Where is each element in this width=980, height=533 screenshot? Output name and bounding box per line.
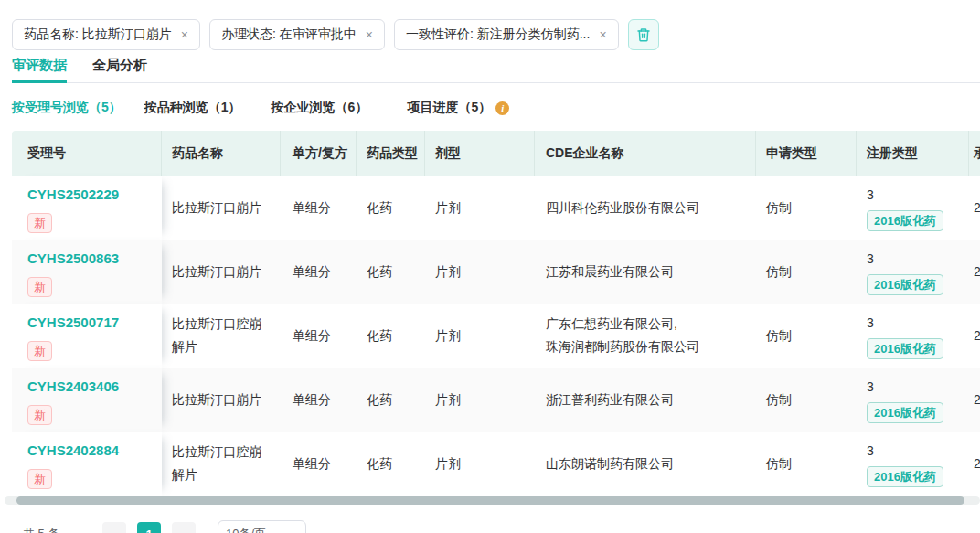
column-header-reg-type: 注册类型 xyxy=(857,131,969,176)
form-cell: 片剂 xyxy=(425,240,535,304)
date-cell-clipped: 2 xyxy=(969,304,980,368)
mono-cell: 单组分 xyxy=(281,368,357,432)
filter-tag-label: 一致性评价: 新注册分类仿制药... xyxy=(406,27,590,43)
drug-name-cell: 比拉斯汀口崩片 xyxy=(162,368,281,432)
sub-tabs: 按受理号浏览（5） 按品种浏览（1） 按企业浏览（6） 项目进度（5）i xyxy=(12,100,509,116)
table-header-row: 受理号 药品名称 单方/复方 药品类型 剂型 CDE企业名称 申请类型 注册类型… xyxy=(12,131,980,176)
form-cell: 片剂 xyxy=(425,176,535,240)
page-size-select[interactable]: 10条/页 ▾ xyxy=(218,520,306,533)
app-window: 药品名称: 比拉斯汀口崩片 × 办理状态: 在审评审批中 × 一致性评价: 新注… xyxy=(0,0,980,533)
mono-cell: 单组分 xyxy=(281,304,357,368)
chevron-down-icon: ▾ xyxy=(293,529,298,533)
new-badge: 新 xyxy=(27,341,52,361)
apply-type-cell: 仿制 xyxy=(756,432,857,496)
form-cell: 片剂 xyxy=(425,368,535,432)
subtab-by-variety[interactable]: 按品种浏览（1） xyxy=(144,100,241,116)
filter-tag-label: 药品名称: 比拉斯汀口崩片 xyxy=(24,27,172,43)
close-icon[interactable]: × xyxy=(366,28,373,41)
form-cell: 片剂 xyxy=(425,304,535,368)
drug-name-cell: 比拉斯汀口腔崩 解片 xyxy=(162,304,281,368)
table-body: CYHS2502229新 比拉斯汀口崩片 单组分 化药 片剂 四川科伦药业股份有… xyxy=(12,176,980,496)
drug-type-cell: 化药 xyxy=(357,432,425,496)
pagination: 共 5 条 ‹ 1 › 10条/页 ▾ xyxy=(23,520,974,533)
date-cell-clipped: 2 xyxy=(969,368,980,432)
company-cell: 江苏和晨药业有限公司 xyxy=(535,240,756,304)
apply-type-cell: 仿制 xyxy=(756,176,857,240)
apply-type-cell: 仿制 xyxy=(756,368,857,432)
acceptance-no-link[interactable]: CYHS2402884 xyxy=(27,439,119,462)
apply-type-cell: 仿制 xyxy=(756,240,857,304)
apply-type-cell: 仿制 xyxy=(756,304,857,368)
reg-class: 3 xyxy=(867,312,874,335)
drug-name-cell: 比拉斯汀口崩片 xyxy=(162,240,281,304)
tab-review-data[interactable]: 审评数据 xyxy=(12,57,67,83)
acceptance-no-link[interactable]: CYHS2500863 xyxy=(27,247,119,270)
table-row: CYHS2403406新 比拉斯汀口崩片 单组分 化药 片剂 浙江普利药业有限公… xyxy=(12,368,980,432)
page-number-button[interactable]: 1 xyxy=(137,522,161,533)
trash-icon xyxy=(636,27,651,42)
reg-class: 3 xyxy=(867,376,874,399)
filter-tag-status[interactable]: 办理状态: 在审评审批中 × xyxy=(209,19,385,50)
acceptance-no-link[interactable]: CYHS2403406 xyxy=(27,375,119,398)
column-header-mono-compound: 单方/复方 xyxy=(281,131,357,176)
company-cell: 广东仁想药业有限公司, 珠海润都制药股份有限公司 xyxy=(535,304,756,368)
date-cell-clipped: 2 xyxy=(969,432,980,496)
next-page-button[interactable]: › xyxy=(172,522,196,533)
drug-type-cell: 化药 xyxy=(357,240,425,304)
filter-tag-consistency[interactable]: 一致性评价: 新注册分类仿制药... × xyxy=(394,19,619,50)
column-header-drug-name: 药品名称 xyxy=(162,131,281,176)
prev-page-button[interactable]: ‹ xyxy=(102,522,126,533)
form-cell: 片剂 xyxy=(425,432,535,496)
filter-bar: 药品名称: 比拉斯汀口崩片 × 办理状态: 在审评审批中 × 一致性评价: 新注… xyxy=(12,19,659,50)
column-header-apply-type: 申请类型 xyxy=(756,131,857,176)
column-header-dosage-form: 剂型 xyxy=(425,131,535,176)
filter-tag-label: 办理状态: 在审评审批中 xyxy=(221,27,357,43)
acceptance-no-link[interactable]: CYHS2500717 xyxy=(27,311,119,334)
scrollbar-thumb[interactable] xyxy=(16,496,964,505)
table-row: CYHS2502229新 比拉斯汀口崩片 单组分 化药 片剂 四川科伦药业股份有… xyxy=(12,176,980,240)
main-tabs: 审评数据 全局分析 xyxy=(12,57,980,83)
mono-cell: 单组分 xyxy=(281,240,357,304)
data-table: 受理号 药品名称 单方/复方 药品类型 剂型 CDE企业名称 申请类型 注册类型… xyxy=(12,131,980,496)
mono-cell: 单组分 xyxy=(281,176,357,240)
column-header-acceptance-no: 受理号 xyxy=(12,131,162,176)
subtab-project-progress[interactable]: 项目进度（5）i xyxy=(407,100,509,116)
mono-cell: 单组分 xyxy=(281,432,357,496)
acceptance-no-link[interactable]: CYHS2502229 xyxy=(27,183,119,206)
reg-badge: 2016版化药 xyxy=(867,402,943,423)
close-icon[interactable]: × xyxy=(181,28,188,41)
table-row: CYHS2402884新 比拉斯汀口腔崩 解片 单组分 化药 片剂 山东朗诺制药… xyxy=(12,432,980,496)
company-cell: 浙江普利药业有限公司 xyxy=(535,368,756,432)
new-badge: 新 xyxy=(27,405,52,425)
horizontal-scrollbar[interactable] xyxy=(5,496,980,505)
company-cell: 四川科伦药业股份有限公司 xyxy=(535,176,756,240)
new-badge: 新 xyxy=(27,469,52,489)
company-cell: 山东朗诺制药有限公司 xyxy=(535,432,756,496)
drug-type-cell: 化药 xyxy=(357,368,425,432)
column-header-drug-type: 药品类型 xyxy=(357,131,425,176)
drug-type-cell: 化药 xyxy=(357,304,425,368)
info-icon[interactable]: i xyxy=(495,101,509,115)
table-row: CYHS2500863新 比拉斯汀口崩片 单组分 化药 片剂 江苏和晨药业有限公… xyxy=(12,240,980,304)
reg-class: 3 xyxy=(867,248,874,271)
subtab-by-company[interactable]: 按企业浏览（6） xyxy=(272,100,368,116)
column-header-clipped: 承 xyxy=(969,131,980,176)
new-badge: 新 xyxy=(27,277,52,297)
drug-name-cell: 比拉斯汀口腔崩 解片 xyxy=(162,432,281,496)
tab-global-analysis[interactable]: 全局分析 xyxy=(92,57,147,83)
new-badge: 新 xyxy=(27,213,52,233)
subtab-by-acceptance-no[interactable]: 按受理号浏览（5） xyxy=(12,100,122,116)
reg-badge: 2016版化药 xyxy=(867,210,943,231)
table-row: CYHS2500717新 比拉斯汀口腔崩 解片 单组分 化药 片剂 广东仁想药业… xyxy=(12,304,980,368)
reg-badge: 2016版化药 xyxy=(867,466,943,487)
total-count-label: 共 5 条 xyxy=(23,526,59,533)
reg-class: 3 xyxy=(867,440,874,463)
date-cell-clipped: 2 xyxy=(969,240,980,304)
page-size-value: 10条/页 xyxy=(226,526,266,533)
close-icon[interactable]: × xyxy=(599,28,606,41)
clear-filters-button[interactable] xyxy=(628,19,659,50)
drug-name-cell: 比拉斯汀口崩片 xyxy=(162,176,281,240)
filter-tag-drug-name[interactable]: 药品名称: 比拉斯汀口崩片 × xyxy=(12,19,200,50)
reg-badge: 2016版化药 xyxy=(867,274,943,295)
reg-class: 3 xyxy=(867,184,874,207)
